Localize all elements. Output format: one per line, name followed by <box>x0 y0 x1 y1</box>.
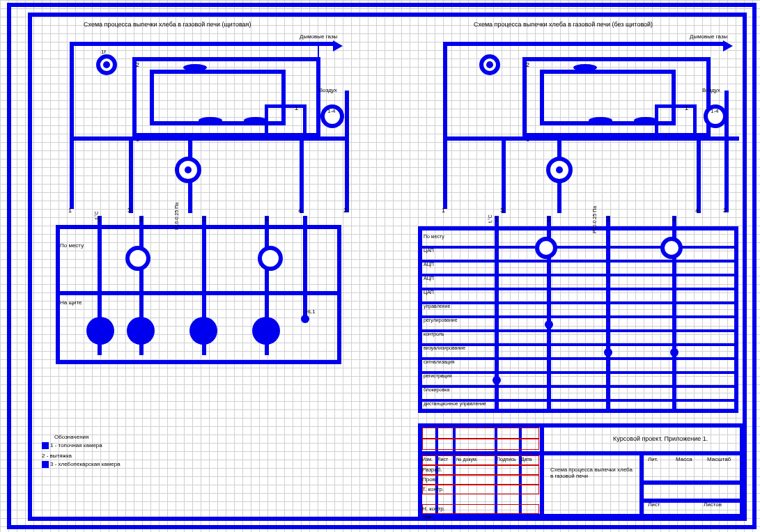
dot-icon <box>556 166 563 173</box>
p-label: Р10-0.25 Па <box>174 203 179 230</box>
air-label-r: Воздух <box>702 87 720 93</box>
title-right: Схема процесса выпечки хлеба в газовой п… <box>474 21 653 28</box>
tb-project: Курсовой проект. Приложение 1. <box>613 435 708 442</box>
indicator-icon <box>252 317 280 345</box>
dot-icon <box>604 348 612 357</box>
row-label: ЦАП <box>424 248 434 253</box>
dot-icon <box>493 376 501 384</box>
air-label: Воздух <box>319 87 337 93</box>
sensor-ellipse <box>589 117 612 124</box>
stamp-row <box>422 428 539 439</box>
row-pomestu: По месту <box>60 242 84 249</box>
row-divider <box>421 371 736 374</box>
gauge-icon <box>125 246 150 271</box>
row-divider <box>421 357 736 360</box>
tb-mass: Масса <box>676 456 692 462</box>
sensor-ellipse <box>183 64 207 71</box>
legend-marker <box>42 461 49 468</box>
indicator-icon <box>127 317 155 345</box>
hdr: 1 <box>495 216 498 223</box>
tb-hline <box>639 480 743 485</box>
num-2: 2 <box>136 61 139 68</box>
legend-c: 3 - хлебопекарская камера <box>50 461 121 467</box>
row-divider <box>421 315 736 318</box>
num: 4 <box>695 207 699 214</box>
manifold <box>443 136 739 141</box>
row-label: дистанционное управление <box>424 401 486 406</box>
dot-icon <box>185 166 192 173</box>
tb-lit: Лит. <box>648 456 658 462</box>
gauge-icon <box>660 237 683 259</box>
t-label: t,°C <box>94 211 99 219</box>
arrow-icon <box>723 40 733 52</box>
pipe <box>300 136 304 213</box>
num: 2 <box>343 207 347 214</box>
row-divider <box>421 343 736 346</box>
legend-a: 1 - топочная камера <box>50 442 102 448</box>
tb-scale: Масштаб <box>707 456 731 462</box>
row-divider <box>421 302 736 304</box>
row-divider <box>421 260 736 263</box>
label-1f: 1f <box>101 49 106 55</box>
num-1: 1 <box>295 104 298 111</box>
pipe-top <box>522 42 724 46</box>
row-divider <box>421 288 736 290</box>
row-label: ЦАП <box>424 290 434 295</box>
indicator-icon <box>189 317 217 345</box>
dot-icon <box>103 61 110 68</box>
pipe <box>345 91 349 212</box>
pipe-top <box>132 42 334 46</box>
pipe <box>443 42 525 46</box>
left-burner <box>265 104 307 138</box>
manifold <box>70 136 348 141</box>
stamp-row <box>422 475 539 485</box>
row-label: регулирование <box>424 318 458 322</box>
hdr: 2 <box>139 216 143 223</box>
pipe <box>70 42 136 46</box>
legend-b: 2 - вытяжка <box>42 453 72 459</box>
hdr: 4 <box>672 216 676 223</box>
num: 2 <box>723 207 727 214</box>
tb-p5: Утв. <box>422 514 433 520</box>
tb-p4: Н. контр. <box>422 506 445 512</box>
tb-p2: Пров. <box>422 476 437 483</box>
dot-icon <box>545 320 553 329</box>
dot-icon <box>486 61 493 68</box>
row-label: визуализирование <box>424 345 465 350</box>
title-left: Схема процесса выпечки хлеба в газовой п… <box>84 21 251 28</box>
row-label: сигнализация <box>424 359 455 364</box>
num: 1 <box>442 207 445 214</box>
row-label: АЦП <box>424 276 434 281</box>
row-nashite: На щите <box>60 299 82 306</box>
sensor-ellipse <box>244 117 267 124</box>
num-1-4-r: 1-4 <box>711 108 719 114</box>
dot-icon <box>670 348 678 357</box>
num: 1 <box>68 207 72 214</box>
vertical-pipe <box>70 42 74 209</box>
flue-label: Дымовые газы <box>300 33 337 40</box>
right-burner <box>655 104 697 138</box>
num-2: 2 <box>526 61 529 68</box>
legend-marker <box>42 442 49 449</box>
pipe <box>502 136 506 213</box>
legend-head: Обозначения <box>54 434 88 440</box>
tb-p3: Т. контр. <box>422 486 444 492</box>
sensor-ellipse <box>573 64 597 71</box>
row-divider <box>421 385 736 388</box>
tb-r4: Подпись <box>497 457 516 462</box>
row-label: АЦП <box>424 262 434 267</box>
num: 3 <box>127 207 131 214</box>
num-1-4: 1-4 <box>327 108 336 114</box>
num-1: 1 <box>685 104 688 111</box>
row-label: регистрация <box>424 373 451 378</box>
stamp-row <box>422 439 539 450</box>
t-label-r: t,°C <box>488 214 493 223</box>
gauge-icon <box>258 246 283 271</box>
indicator-icon <box>86 317 114 345</box>
hdr: 3 <box>606 216 610 223</box>
row-divider <box>421 274 736 276</box>
col-line <box>606 216 610 411</box>
tb-listov: Листов <box>704 501 722 508</box>
row-divider <box>421 246 736 249</box>
tb-list: Лист <box>648 501 660 508</box>
